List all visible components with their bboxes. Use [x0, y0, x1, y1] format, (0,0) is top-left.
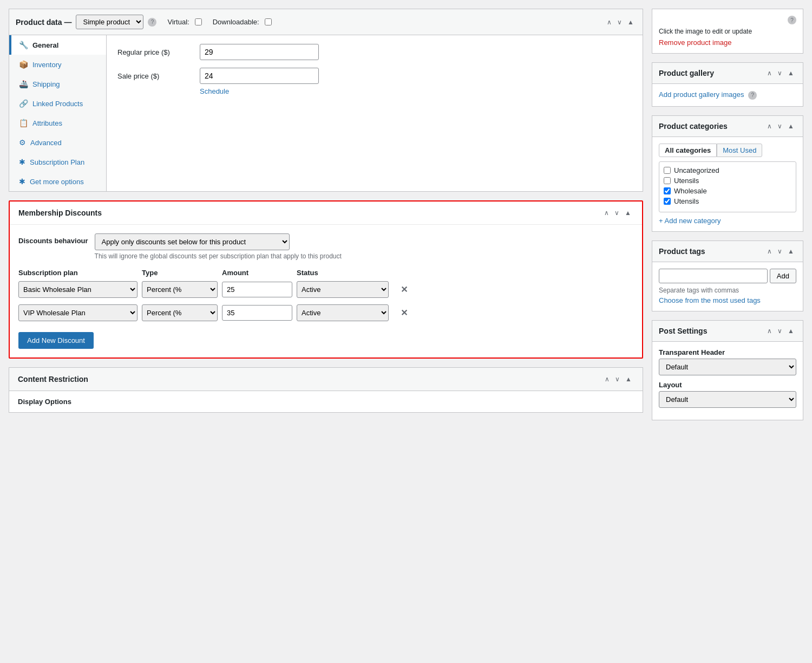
membership-collapse-expand[interactable]: ▲: [623, 208, 633, 218]
discount-type-select-2[interactable]: Percent (% Fixed ($): [142, 304, 218, 321]
categories-collapse-up[interactable]: ∧: [765, 121, 774, 131]
layout-select[interactable]: Default Full Width Boxed: [659, 391, 796, 408]
product-tabs: 🔧 General 📦 Inventory 🚢 Shipping 🔗 Linke…: [9, 35, 107, 191]
product-type-select[interactable]: Simple product: [76, 15, 143, 29]
tab-linked-products[interactable]: 🔗 Linked Products: [9, 94, 106, 113]
tags-input[interactable]: [659, 269, 768, 283]
product-image-panel: ? Click the image to edit or update Remo…: [652, 9, 803, 54]
cat-tab-most-used[interactable]: Most Used: [717, 144, 762, 157]
cr-collapse-up[interactable]: ∧: [603, 374, 612, 384]
sale-price-input[interactable]: [200, 68, 319, 84]
downloadable-label: Downloadable:: [213, 18, 259, 26]
post-settings-collapse-down[interactable]: ∨: [775, 326, 784, 336]
membership-collapse-down[interactable]: ∨: [612, 208, 621, 218]
transparent-header-select[interactable]: Default Enable Disable: [659, 359, 796, 375]
discount-row-1: Basic Wholesale Plan VIP Wholesale Plan …: [18, 281, 633, 298]
categories-collapse-down[interactable]: ∨: [775, 121, 784, 131]
product-image-help-icon[interactable]: ?: [788, 16, 796, 24]
virtual-checkbox[interactable]: [195, 18, 202, 25]
downloadable-checkbox[interactable]: [265, 18, 272, 25]
tab-general[interactable]: 🔧 General: [9, 35, 106, 55]
gallery-help-icon[interactable]: ?: [748, 91, 757, 100]
product-data-panel: Product data — Simple product ? Virtual:…: [9, 9, 643, 192]
collapse-expand-btn[interactable]: ▲: [625, 17, 636, 27]
discount-behaviour-select-wrapper: Apply only discounts set below for this …: [95, 233, 342, 250]
tab-shipping[interactable]: 🚢 Shipping: [9, 74, 106, 94]
membership-collapse-up[interactable]: ∧: [602, 208, 611, 218]
post-settings-collapse-up[interactable]: ∧: [765, 326, 774, 336]
discount-amount-input-2[interactable]: [222, 305, 292, 321]
discount-amount-input-1[interactable]: [222, 282, 292, 297]
membership-panel-title: Membership Discounts: [18, 209, 602, 217]
discount-plan-select-1[interactable]: Basic Wholesale Plan VIP Wholesale Plan: [18, 281, 137, 298]
discount-status-select-2[interactable]: Active Inactive: [297, 304, 389, 321]
collapse-up-btn[interactable]: ∧: [605, 17, 614, 27]
post-settings-header: Post Settings ∧ ∨ ▲: [652, 321, 803, 342]
discount-behaviour-select[interactable]: Apply only discounts set below for this …: [95, 233, 290, 250]
cr-collapse-down[interactable]: ∨: [613, 374, 622, 384]
tab-advanced[interactable]: ⚙ Advanced: [9, 133, 106, 152]
category-utensils: Utensils: [664, 177, 791, 185]
product-image-hint: Click the image to edit or update: [659, 28, 796, 35]
discount-type-select-1[interactable]: Percent (% Fixed ($): [142, 281, 218, 298]
discount-row-2: Basic Wholesale Plan VIP Wholesale Plan …: [18, 304, 633, 321]
product-type-help-icon[interactable]: ?: [148, 18, 156, 27]
collapse-down-btn[interactable]: ∨: [615, 17, 624, 27]
product-tags-body: Add Separate tags with commas Choose fro…: [652, 262, 803, 311]
discount-plan-select-2[interactable]: Basic Wholesale Plan VIP Wholesale Plan: [18, 304, 137, 321]
category-utensils-2-checkbox[interactable]: [664, 198, 671, 205]
add-new-discount-button[interactable]: Add New Discount: [18, 332, 94, 349]
product-data-title: Product data —: [16, 18, 71, 27]
layout-field: Layout Default Full Width Boxed: [659, 381, 796, 408]
categories-collapse-expand[interactable]: ▲: [785, 121, 796, 131]
category-wholesale-checkbox[interactable]: [664, 187, 671, 194]
content-restriction-header: Content Restriction ∧ ∨ ▲: [9, 368, 643, 391]
tags-collapse-expand[interactable]: ▲: [785, 246, 796, 256]
general-tab-content: Regular price ($) Sale price ($) Schedul…: [107, 35, 643, 191]
general-icon: 🔧: [19, 41, 28, 49]
product-tags-panel: Product tags ∧ ∨ ▲ Add Separate tags wit…: [652, 240, 803, 311]
inventory-icon: 📦: [19, 60, 28, 69]
content-restriction-title: Content Restriction: [18, 375, 603, 384]
discount-table: Subscription plan Type Amount Status Bas…: [18, 269, 633, 321]
content-restriction-body: Display Options: [9, 391, 643, 412]
col-amount: Amount: [222, 269, 292, 277]
add-gallery-images-link[interactable]: Add product gallery images: [659, 90, 744, 99]
virtual-label: Virtual:: [167, 18, 189, 26]
regular-price-row: Regular price ($): [117, 44, 632, 60]
category-utensils-checkbox[interactable]: [664, 177, 671, 184]
product-categories-panel: Product categories ∧ ∨ ▲ All categories …: [652, 115, 803, 232]
cr-collapse-expand[interactable]: ▲: [623, 374, 634, 384]
gallery-collapse-up[interactable]: ∧: [765, 68, 774, 78]
add-new-category-link[interactable]: + Add new category: [659, 217, 796, 225]
remove-product-image-link[interactable]: Remove product image: [659, 38, 731, 47]
regular-price-input[interactable]: [200, 44, 319, 60]
discount-remove-btn-2[interactable]: ✕: [393, 308, 415, 318]
tags-add-button[interactable]: Add: [770, 269, 796, 283]
categories-list: Uncategorized Utensils Wholesale Utensil…: [659, 161, 796, 212]
tab-subscription-plan[interactable]: ✱ Subscription Plan: [9, 152, 106, 172]
category-wholesale: Wholesale: [664, 187, 791, 195]
category-wholesale-label: Wholesale: [674, 187, 707, 195]
choose-tags-link[interactable]: Choose from the most used tags: [659, 296, 761, 304]
discount-status-select-1[interactable]: Active Inactive: [297, 281, 389, 298]
tags-collapse-up[interactable]: ∧: [765, 246, 774, 256]
tags-collapse-down[interactable]: ∨: [775, 246, 784, 256]
tab-attributes[interactable]: 📋 Attributes: [9, 113, 106, 133]
post-settings-collapse-expand[interactable]: ▲: [785, 326, 796, 336]
tab-inventory[interactable]: 📦 Inventory: [9, 55, 106, 74]
post-settings-title: Post Settings: [659, 327, 765, 335]
gallery-collapse-expand[interactable]: ▲: [785, 68, 796, 78]
discount-behaviour-right: Apply only discounts set below for this …: [95, 233, 342, 260]
product-image-body: ? Click the image to edit or update Remo…: [652, 9, 803, 53]
cat-tab-all[interactable]: All categories: [659, 144, 717, 157]
schedule-link[interactable]: Schedule: [200, 87, 632, 95]
attributes-icon: 📋: [19, 119, 28, 127]
membership-discounts-panel: Membership Discounts ∧ ∨ ▲ Discounts beh…: [9, 200, 643, 359]
tab-get-more-options[interactable]: ✱ Get more options: [9, 172, 106, 191]
more-options-icon: ✱: [19, 177, 25, 186]
discount-remove-btn-1[interactable]: ✕: [393, 284, 415, 295]
gallery-collapse-down[interactable]: ∨: [775, 68, 784, 78]
category-uncategorized-checkbox[interactable]: [664, 167, 671, 174]
discount-behaviour-row: Discounts behaviour Apply only discounts…: [18, 233, 633, 260]
